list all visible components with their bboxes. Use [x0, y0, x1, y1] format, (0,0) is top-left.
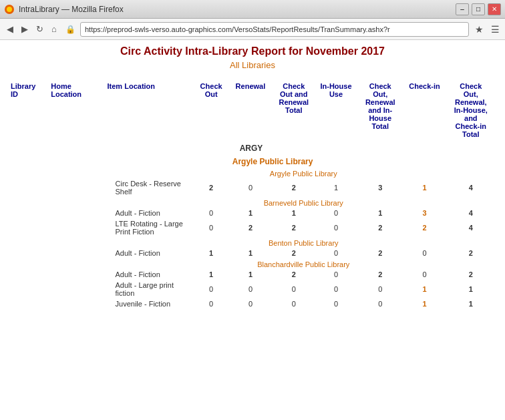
- back-icon[interactable]: ◀: [4, 23, 16, 35]
- forward-icon[interactable]: ▶: [19, 23, 31, 35]
- cell-renewal: 2: [229, 218, 271, 237]
- cell-checkin: 1: [404, 178, 444, 197]
- cell-cor-total: 2: [272, 248, 316, 258]
- nav-icons: ◀ ▶ ↻ ⌂: [4, 23, 60, 35]
- cell-cor-inhouse-total: 2: [356, 269, 404, 280]
- cell-renewal: 1: [229, 248, 271, 258]
- table-row: Circ Desk - Reserve Shelf 2 0 2 1 3 1 4: [8, 178, 497, 197]
- cell-library-id: [8, 280, 48, 298]
- cell-all-total: 4: [445, 178, 497, 197]
- cell-renewal: 0: [229, 280, 271, 298]
- cell-all-total: 4: [445, 208, 497, 218]
- cell-checkout: 1: [193, 269, 229, 280]
- cell-all-total: 4: [445, 218, 497, 237]
- cell-renewal: 0: [229, 178, 271, 197]
- cell-checkin: 3: [404, 208, 444, 218]
- cell-item-location: LTE Rotating - Large Print Fiction: [105, 218, 194, 237]
- close-button[interactable]: ✕: [488, 3, 501, 15]
- cell-cor-total: 1: [272, 208, 316, 218]
- cell-cor-total: 2: [272, 269, 316, 280]
- header-renewal: Renewal: [229, 81, 271, 140]
- cell-cor-total: 0: [272, 298, 316, 309]
- refresh-icon[interactable]: ↻: [33, 23, 45, 35]
- cell-renewal: 0: [229, 298, 271, 309]
- table-row: Adult - Fiction 0 1 1 0 1 3 4: [8, 208, 497, 218]
- cell-home-location: [48, 280, 104, 298]
- svg-point-1: [7, 7, 12, 12]
- window-titlebar: IntraLibrary — Mozilla Firefox – □ ✕: [0, 0, 505, 19]
- table-row: Adult - Fiction 1 1 2 0 2 0 2: [8, 248, 497, 258]
- maximize-button[interactable]: □: [472, 3, 485, 15]
- minimize-button[interactable]: –: [456, 3, 469, 15]
- address-bar[interactable]: https://preprod-swls-verso.auto-graphics…: [80, 22, 469, 37]
- cell-checkin: 0: [404, 248, 444, 258]
- group-label: ARGY: [8, 140, 497, 154]
- cell-library-id: [8, 298, 48, 309]
- cell-library-id: [8, 218, 48, 237]
- sub-library-header: Benton Public Library: [105, 237, 497, 248]
- header-check-out: CheckOut: [193, 81, 229, 140]
- cell-cor-inhouse-total: 1: [356, 208, 404, 218]
- cell-cor-total: 2: [272, 178, 316, 197]
- cell-inhouse: 0: [316, 208, 356, 218]
- cell-cor-inhouse-total: 2: [356, 218, 404, 237]
- cell-home-location: [48, 269, 104, 280]
- cell-all-total: 2: [445, 269, 497, 280]
- home-icon[interactable]: ⌂: [48, 23, 60, 35]
- table-row: Adult - Large print fiction 0 0 0 0 0 1 …: [8, 280, 497, 298]
- report-title: Circ Activity Intra-Library Report for N…: [8, 45, 497, 57]
- url-text: https://preprod-swls-verso.auto-graphics…: [85, 25, 390, 33]
- header-home-location: HomeLocation: [48, 81, 104, 140]
- cell-inhouse: 0: [316, 298, 356, 309]
- browser-icon: [4, 4, 15, 15]
- header-cor-total: CheckOut andRenewalTotal: [272, 81, 316, 140]
- cell-checkin: 0: [404, 269, 444, 280]
- library-header: Argyle Public Library: [48, 154, 497, 168]
- sub-library-header: Barneveld Public Library: [105, 197, 497, 208]
- cell-item-location: Circ Desk - Reserve Shelf: [105, 178, 194, 197]
- cell-home-location: [48, 208, 104, 218]
- browser-toolbar: ◀ ▶ ↻ ⌂ 🔒 https://preprod-swls-verso.aut…: [0, 19, 505, 40]
- cell-item-location: Adult - Fiction: [105, 208, 194, 218]
- cell-cor-inhouse-total: 0: [356, 280, 404, 298]
- window-title: IntraLibrary — Mozilla Firefox: [19, 5, 456, 14]
- cell-library-id: [8, 248, 48, 258]
- cell-all-total: 1: [445, 298, 497, 309]
- cell-checkout: 0: [193, 208, 229, 218]
- cell-home-location: [48, 298, 104, 309]
- cell-inhouse: 0: [316, 280, 356, 298]
- cell-all-total: 2: [445, 248, 497, 258]
- cell-checkout: 1: [193, 248, 229, 258]
- cell-all-total: 1: [445, 280, 497, 298]
- cell-cor-total: 2: [272, 218, 316, 237]
- table-row: Adult - Fiction 1 1 2 0 2 0 2: [8, 269, 497, 280]
- cell-home-location: [48, 218, 104, 237]
- lock-icon: 🔒: [64, 23, 76, 35]
- cell-item-location: Juvenile - Fiction: [105, 298, 194, 309]
- cell-checkin: 1: [404, 298, 444, 309]
- cell-checkin: 2: [404, 218, 444, 237]
- menu-icon[interactable]: ☰: [489, 23, 501, 35]
- cell-item-location: Adult - Fiction: [105, 248, 194, 258]
- cell-checkout: 2: [193, 178, 229, 197]
- cell-checkout: 0: [193, 298, 229, 309]
- cell-library-id: [8, 208, 48, 218]
- header-checkin: Check-in: [404, 81, 444, 140]
- window-controls: – □ ✕: [456, 3, 501, 15]
- cell-inhouse: 0: [316, 218, 356, 237]
- cell-renewal: 1: [229, 269, 271, 280]
- header-all-total: CheckOut,Renewal,In-House,andCheck-inTot…: [445, 81, 497, 140]
- cell-inhouse: 1: [316, 178, 356, 197]
- report-table: LibraryID HomeLocation Item Location Che…: [8, 81, 497, 309]
- cell-cor-total: 0: [272, 280, 316, 298]
- report-subtitle: All Libraries: [8, 60, 497, 70]
- cell-checkout: 0: [193, 280, 229, 298]
- cell-item-location: Adult - Fiction: [105, 269, 194, 280]
- header-item-location: Item Location: [105, 81, 194, 140]
- cell-library-id: [8, 269, 48, 280]
- cell-home-location: [48, 178, 104, 197]
- bookmark-icon[interactable]: ★: [473, 23, 485, 35]
- page-content: Circ Activity Intra-Library Report for N…: [0, 40, 505, 420]
- table-row: Juvenile - Fiction 0 0 0 0 0 1 1: [8, 298, 497, 309]
- header-cor-inhouse-total: CheckOut,Renewaland In-HouseTotal: [356, 81, 404, 140]
